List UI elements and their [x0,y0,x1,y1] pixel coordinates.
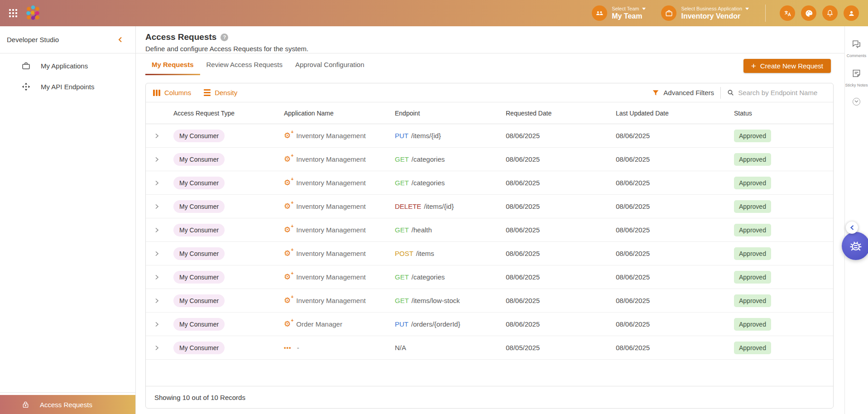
tab-review-access-requests[interactable]: Review Access Requests [200,53,289,75]
help-icon[interactable]: ? [221,34,228,41]
rail-expand-chevron-icon[interactable] [853,98,860,106]
team-selector-value: My Team [612,12,646,20]
expand-row-icon[interactable] [146,345,168,351]
endpoint-path: /items [416,250,434,257]
updated-date: 08/06/2025 [610,226,728,234]
business-selector-label: Select Business Application [681,6,742,11]
expand-row-icon[interactable] [146,321,168,327]
gear-icon: ⚙+ [284,250,291,257]
http-method: GET [395,226,409,234]
sticky-notes-button[interactable]: Sticky Notes [845,68,868,88]
updated-date: 08/06/2025 [610,202,728,210]
expand-row-icon[interactable] [146,227,168,233]
sidebar-item-my-applications[interactable]: My Applications [0,57,135,75]
requested-date: 08/06/2025 [500,297,610,304]
column-header[interactable]: Endpoint [389,110,500,117]
requests-table-card: Columns Density Advanced Filters [145,83,834,409]
gear-icon: ⚙+ [284,202,291,210]
gear-icon: ⚙+ [284,155,291,163]
application-name: Inventory Management [296,226,365,234]
endpoint-cell: GET/items/low-stock [389,297,500,305]
lock-icon [21,400,30,409]
expand-row-icon[interactable] [146,156,168,163]
table-row[interactable]: My Consumer⚙+Inventory ManagementGET/hea… [146,218,833,242]
expand-row-icon[interactable] [146,203,168,210]
comments-button[interactable]: Comments [847,39,867,58]
column-header[interactable]: Access Request Type [168,110,278,117]
density-label: Density [215,89,237,96]
table-row[interactable]: My Consumer•••-N/A08/05/202508/06/2025Ap… [146,336,833,360]
team-icon [592,5,607,21]
rail-item-label: Sticky Notes [845,83,868,88]
team-selector-label: Select Team [612,6,639,11]
palette-icon[interactable] [801,5,816,21]
table-row[interactable]: My Consumer⚙+Inventory ManagementPOST/it… [146,242,833,265]
table-row[interactable]: My Consumer⚙+Inventory ManagementGET/cat… [146,265,833,289]
notifications-icon[interactable] [822,5,838,21]
status-badge: Approved [734,294,771,307]
top-navbar: Select Team My Team Select Business Appl… [0,0,868,26]
panel-collapse-chevron-icon[interactable] [846,221,858,234]
column-header[interactable]: Last Updated Date [610,110,728,117]
table-row[interactable]: My Consumer⚙+Inventory ManagementPUT/ite… [146,124,833,148]
density-icon [204,89,211,96]
advanced-filters-button[interactable]: Advanced Filters [652,89,714,96]
tabs: My Requests Review Access Requests Appro… [136,53,844,75]
table-row[interactable]: My Consumer⚙+Inventory ManagementGET/ite… [146,289,833,313]
table-row[interactable]: My Consumer⚙+Order ManagerPUT/orders/{or… [146,313,833,336]
application-name: Inventory Management [296,273,365,281]
column-header[interactable]: Requested Date [500,110,610,117]
status-badge: Approved [734,342,771,354]
application-name: Order Manager [296,320,342,328]
bug-report-button[interactable] [842,232,868,260]
endpoint-cell: N/A [389,344,500,352]
expand-row-icon[interactable] [146,274,168,280]
expand-row-icon[interactable] [146,298,168,304]
request-type-badge: My Consumer [173,247,225,260]
plus-icon: + [751,62,756,70]
search-input[interactable] [738,89,826,96]
sidebar-item-my-api-endpoints[interactable]: My API Endpoints [0,77,135,96]
chevron-down-icon [745,8,749,10]
density-button[interactable]: Density [204,89,237,96]
application-name: - [297,344,299,351]
columns-button[interactable]: Columns [153,89,191,96]
filter-funnel-icon [652,89,659,96]
updated-date: 08/06/2025 [610,297,728,304]
column-header[interactable]: Application Name [278,110,389,117]
table-row[interactable]: My Consumer⚙+Inventory ManagementDELETE/… [146,195,833,218]
gear-icon: ⚙+ [284,132,291,140]
column-header[interactable]: Status [728,110,833,117]
business-application-selector[interactable]: Select Business Application Inventory Ve… [661,5,749,21]
request-type-badge: My Consumer [173,294,225,307]
endpoint-path: /items/{id} [411,132,441,140]
sidebar-item-label: My Applications [41,62,88,70]
status-badge: Approved [734,153,771,166]
gear-icon: ⚙+ [284,226,291,234]
requested-date: 08/06/2025 [500,132,610,140]
team-selector[interactable]: Select Team My Team [592,5,646,21]
main-content: Access Requests ? Define and configure A… [136,26,844,414]
expand-row-icon[interactable] [146,180,168,186]
tab-my-requests[interactable]: My Requests [145,53,200,75]
profile-icon[interactable] [844,5,859,21]
table-row[interactable]: My Consumer⚙+Inventory ManagementGET/cat… [146,171,833,195]
sidebar-collapse-icon[interactable] [118,36,123,43]
sidebar-item-access-requests[interactable]: Access Requests [0,395,135,414]
create-new-request-button[interactable]: + Create New Request [743,59,831,73]
brand-logo[interactable] [25,5,41,21]
sidebar-divider [0,392,135,393]
request-type-badge: My Consumer [173,177,225,189]
create-button-label: Create New Request [760,62,823,70]
app-grid-icon[interactable] [9,9,18,18]
updated-date: 08/06/2025 [610,344,728,351]
translate-icon[interactable] [780,5,795,21]
columns-label: Columns [164,89,191,96]
expand-row-icon[interactable] [146,133,168,139]
tab-approval-configuration[interactable]: Approval Configuration [289,53,371,75]
table-row[interactable]: My Consumer⚙+Inventory ManagementGET/cat… [146,148,833,171]
sidebar-item-label: My API Endpoints [41,83,94,91]
updated-date: 08/06/2025 [610,155,728,163]
expand-row-icon[interactable] [146,250,168,257]
sidebar-item-label: Access Requests [40,401,92,409]
